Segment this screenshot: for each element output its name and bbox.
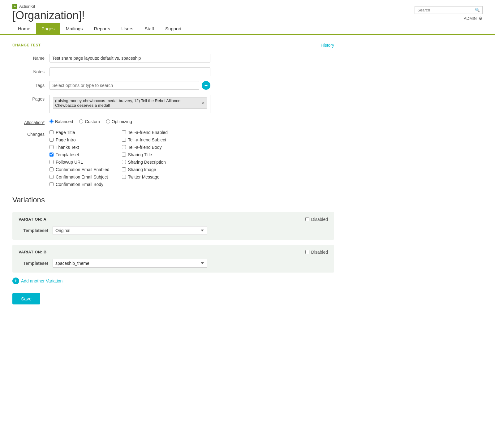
tags-input[interactable]	[50, 81, 199, 90]
change-test-label: CHANGE TEST	[12, 43, 41, 47]
changes-label: Changes	[12, 130, 50, 137]
tags-add-button[interactable]: +	[202, 81, 210, 90]
variation-b-templateset-label: Templateset	[19, 261, 53, 266]
variation-b-header: VARIATION: B Disabled	[19, 250, 328, 255]
search-box: 🔍	[415, 6, 483, 14]
variation-a-header: VARIATION: A Disabled	[19, 217, 328, 222]
org-title: [Organization]!	[12, 9, 85, 22]
variation-a-label: VARIATION: A	[19, 217, 46, 222]
variation-a-form-row: Templateset Original spaceship_theme def…	[19, 226, 328, 235]
search-input[interactable]	[417, 8, 475, 12]
changes-row: Changes Page Title Page Intro Thanks Tex…	[12, 130, 334, 187]
add-variation-icon: +	[12, 278, 19, 284]
history-link[interactable]: History	[321, 43, 334, 48]
nav-staff[interactable]: Staff	[139, 23, 160, 34]
tags-label: Tags	[12, 81, 50, 88]
nav-mailings[interactable]: Mailings	[60, 23, 88, 34]
allocation-balanced[interactable]: Balanced	[50, 119, 73, 124]
nav-bar: Home Pages Mailings Reports Users Staff …	[0, 23, 495, 35]
logo-icon: +	[12, 4, 17, 9]
app-name: ActionKit	[19, 4, 35, 9]
nav-reports[interactable]: Reports	[88, 23, 116, 34]
name-label: Name	[12, 54, 50, 61]
variation-a-disabled[interactable]: Disabled	[305, 217, 328, 222]
variation-a-templateset-select[interactable]: Original spaceship_theme default	[53, 226, 207, 235]
change-page-intro[interactable]: Page Intro	[50, 137, 110, 142]
nav-users[interactable]: Users	[116, 23, 139, 34]
change-twitter-message[interactable]: Twitter Message	[122, 174, 168, 179]
variation-b-label: VARIATION: B	[19, 250, 47, 254]
pages-label: Pages	[12, 95, 50, 101]
allocation-row: Allocation* Balanced Custom Optimizing	[12, 118, 334, 125]
variation-b-form-row: Templateset Original spaceship_theme def…	[19, 259, 328, 268]
changes-col-left: Page Title Page Intro Thanks Text Templa…	[50, 130, 110, 187]
pages-row: Pages (raising-money-chewbaccas-medal-br…	[12, 95, 334, 113]
allocation-custom[interactable]: Custom	[79, 119, 100, 124]
change-taf-body[interactable]: Tell-a-friend Body	[122, 145, 168, 150]
change-confirmation-email-subject[interactable]: Confirmation Email Subject	[50, 174, 110, 179]
change-thanks-text[interactable]: Thanks Text	[50, 145, 110, 150]
changes-col-right: Tell-a-friend Enabled Tell-a-friend Subj…	[122, 130, 168, 187]
section-header: CHANGE TEST History	[12, 43, 334, 48]
change-followup-url[interactable]: Followup URL	[50, 160, 110, 165]
page-tag-text: (raising-money-chewbaccas-medal-bravery,…	[55, 98, 200, 108]
tags-row: Tags +	[12, 81, 334, 90]
name-row: Name	[12, 54, 334, 62]
nav-pages[interactable]: Pages	[36, 23, 60, 34]
save-button[interactable]: Save	[12, 293, 40, 304]
page-tag: (raising-money-chewbaccas-medal-bravery,…	[53, 97, 207, 109]
change-templateset[interactable]: Templateset	[50, 152, 110, 157]
variations-title: Variations	[12, 196, 334, 204]
notes-label: Notes	[12, 67, 50, 74]
change-sharing-title[interactable]: Sharing Title	[122, 152, 168, 157]
allocation-custom-label: Custom	[85, 119, 100, 124]
variation-a-block: VARIATION: A Disabled Templateset Origin…	[12, 212, 334, 240]
allocation-options: Balanced Custom Optimizing	[50, 119, 132, 124]
change-confirmation-email-enabled[interactable]: Confirmation Email Enabled	[50, 167, 110, 172]
nav-home[interactable]: Home	[12, 23, 36, 34]
change-sharing-image[interactable]: Sharing Image	[122, 167, 168, 172]
change-sharing-description[interactable]: Sharing Description	[122, 160, 168, 165]
search-icon[interactable]: 🔍	[475, 8, 480, 12]
allocation-optimizing-label: Optimizing	[112, 119, 132, 124]
variations-section: Variations VARIATION: A Disabled Templat…	[12, 196, 334, 304]
name-input[interactable]	[50, 54, 210, 62]
variation-b-templateset-select[interactable]: Original spaceship_theme default	[53, 259, 207, 268]
variations-divider	[12, 207, 334, 207]
page-tag-remove[interactable]: ✕	[202, 101, 205, 105]
change-taf-subject[interactable]: Tell-a-friend Subject	[122, 137, 168, 142]
gear-icon[interactable]: ⚙	[479, 16, 483, 21]
notes-input[interactable]	[50, 67, 210, 76]
allocation-label[interactable]: Allocation*	[12, 118, 50, 125]
variation-b-block: VARIATION: B Disabled Templateset Origin…	[12, 245, 334, 273]
allocation-optimizing[interactable]: Optimizing	[106, 119, 132, 124]
changes-columns: Page Title Page Intro Thanks Text Templa…	[50, 130, 168, 187]
notes-row: Notes	[12, 67, 334, 76]
change-taf-enabled[interactable]: Tell-a-friend Enabled	[122, 130, 168, 135]
allocation-balanced-label: Balanced	[55, 119, 73, 124]
variation-b-disabled[interactable]: Disabled	[305, 250, 328, 255]
add-variation-link[interactable]: Add another Variation	[21, 278, 62, 283]
pages-box[interactable]: (raising-money-chewbaccas-medal-bravery,…	[50, 95, 210, 113]
change-page-title[interactable]: Page Title	[50, 130, 110, 135]
change-confirmation-email-body[interactable]: Confirmation Email Body	[50, 182, 110, 187]
admin-label: ADMIN	[464, 16, 477, 21]
add-variation-row[interactable]: + Add another Variation	[12, 278, 334, 284]
nav-support[interactable]: Support	[160, 23, 187, 34]
variation-a-templateset-label: Templateset	[19, 228, 53, 233]
